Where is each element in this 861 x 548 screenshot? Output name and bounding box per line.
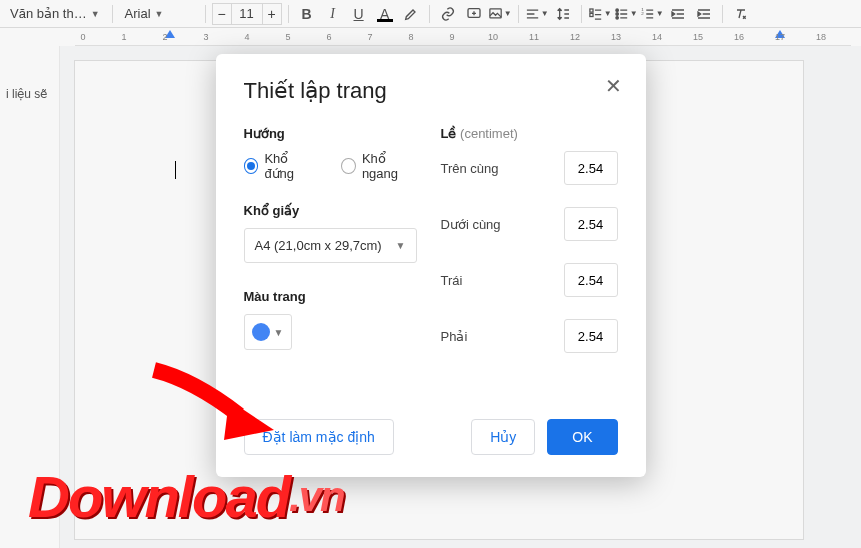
radio-checked-icon [244, 158, 259, 174]
annotation-arrow [144, 360, 274, 440]
page-setup-dialog: Thiết lập trang ✕ Hướng Khổ đứng Khổ nga… [216, 54, 646, 477]
watermark-main: Download [28, 464, 289, 529]
page-color-dropdown[interactable]: ▼ [244, 314, 292, 350]
cancel-button[interactable]: Hủy [471, 419, 535, 455]
margin-top-input[interactable] [564, 151, 618, 185]
color-swatch-icon [252, 323, 270, 341]
svg-marker-9 [224, 400, 274, 440]
radio-unchecked-icon [341, 158, 356, 174]
paper-size-value: A4 (21,0cm x 29,7cm) [255, 238, 382, 253]
orientation-label: Hướng [244, 126, 421, 141]
dialog-title: Thiết lập trang [244, 78, 618, 104]
portrait-label: Khổ đứng [264, 151, 317, 181]
orientation-portrait-radio[interactable]: Khổ đứng [244, 151, 318, 181]
close-button[interactable]: ✕ [602, 74, 626, 98]
ok-button[interactable]: OK [547, 419, 617, 455]
margins-label: Lề (centimet) [441, 126, 618, 141]
landscape-label: Khổ ngang [362, 151, 421, 181]
margin-right-input[interactable] [564, 319, 618, 353]
caret-down-icon: ▼ [274, 327, 284, 338]
watermark-suffix: .vn [289, 473, 344, 520]
margin-left-input[interactable] [564, 263, 618, 297]
paper-size-dropdown[interactable]: A4 (21,0cm x 29,7cm) ▼ [244, 228, 417, 263]
margin-bottom-label: Dưới cùng [441, 217, 501, 232]
caret-down-icon: ▼ [396, 240, 406, 251]
margin-left-label: Trái [441, 273, 463, 288]
watermark: Download.vn [28, 463, 344, 530]
paper-size-label: Khổ giấy [244, 203, 421, 218]
margin-right-label: Phải [441, 329, 468, 344]
orientation-landscape-radio[interactable]: Khổ ngang [341, 151, 421, 181]
page-color-label: Màu trang [244, 289, 421, 304]
margin-top-label: Trên cùng [441, 161, 499, 176]
margin-bottom-input[interactable] [564, 207, 618, 241]
